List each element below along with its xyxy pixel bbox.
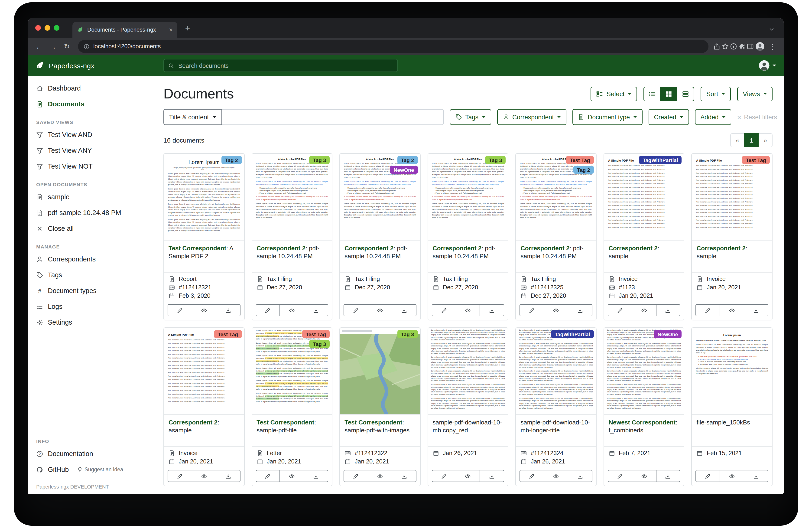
edit-document-button[interactable] [256, 304, 280, 316]
tag-badge-test-tag[interactable]: Test Tag [742, 156, 770, 164]
card-correspondent-link[interactable]: Correspondent 2 [697, 245, 745, 252]
sidebar-item-documentation[interactable]: ?Documentation [28, 446, 152, 461]
filter-correspondent-button[interactable]: Correspondent [497, 109, 566, 125]
edit-document-button[interactable] [432, 470, 456, 482]
edit-document-button[interactable] [608, 304, 632, 316]
filter-created-button[interactable]: Created [648, 109, 689, 125]
global-search[interactable] [163, 59, 398, 72]
tag-badge-test-tag[interactable]: Test Tag [214, 330, 242, 338]
tag-badge-tag-2[interactable]: Tag 2 [574, 166, 594, 174]
view-document-button[interactable] [720, 304, 744, 316]
card-correspondent-link[interactable]: Correspondent 2 [345, 245, 393, 252]
document-thumbnail[interactable]: A Simple PDF FileAnd more text. And more… [692, 154, 772, 241]
side-panel-icon[interactable] [746, 43, 754, 50]
filter-text-input[interactable] [222, 109, 444, 125]
reload-button[interactable]: ↻ [60, 40, 73, 53]
view-document-button[interactable] [456, 470, 480, 482]
tag-badge-tag-3[interactable]: Tag 3 [309, 340, 330, 348]
download-document-button[interactable] [216, 304, 240, 316]
download-document-button[interactable] [216, 470, 240, 482]
card-correspondent-link[interactable]: Correspondent 2 [257, 245, 305, 252]
edit-document-button[interactable] [344, 470, 368, 482]
tag-badge-tag-2[interactable]: Tag 2 [397, 156, 418, 164]
download-document-button[interactable] [656, 304, 680, 316]
document-thumbnail[interactable]: Adobe Acrobat PDF FilesLorem ipsum dolor… [252, 154, 332, 241]
sidebar-item-tags[interactable]: Tags [28, 267, 152, 283]
sort-button[interactable]: Sort [700, 87, 730, 101]
card-title-text[interactable]: sample-pdf-download-10-mb copy_red [433, 419, 502, 434]
edit-document-button[interactable] [256, 470, 280, 482]
view-document-button[interactable] [368, 304, 392, 316]
tag-badge-tag-3[interactable]: Tag 3 [397, 330, 418, 338]
tag-badge-tag-3[interactable]: Tag 3 [485, 156, 506, 164]
sidebar-item-sample[interactable]: sample [28, 189, 152, 205]
view-document-button[interactable] [192, 304, 216, 316]
new-tab-button[interactable]: + [182, 23, 193, 34]
select-button[interactable]: Select [591, 87, 637, 101]
card-correspondent-link[interactable]: Test Correspondent [169, 245, 226, 252]
view-document-button[interactable] [543, 304, 568, 316]
document-thumbnail[interactable]: Lorem Ipsum“Neque porro quisquam est qui… [164, 154, 244, 241]
card-correspondent-link[interactable]: Test Correspondent [345, 419, 402, 426]
document-thumbnail[interactable]: Lorem ipsum dolor sit amet, consectetur … [428, 328, 508, 415]
download-document-button[interactable] [568, 470, 592, 482]
download-document-button[interactable] [568, 304, 592, 316]
download-document-button[interactable] [304, 304, 329, 316]
edit-document-button[interactable] [696, 304, 720, 316]
tag-badge-tagwithpartial[interactable]: TagWithPartial [551, 330, 594, 338]
sidebar-item-correspondents[interactable]: Correspondents [28, 251, 152, 267]
filter-document-type-button[interactable]: Document type [572, 109, 642, 125]
sidebar-item-logs[interactable]: Logs [28, 299, 152, 314]
sidebar-item-test-view-not[interactable]: Test View NOT [28, 158, 152, 174]
site-info-icon[interactable] [84, 43, 90, 49]
tab-close-icon[interactable]: × [169, 27, 173, 33]
view-detail-button[interactable] [677, 87, 694, 101]
document-thumbnail[interactable]: Lorem ipsumLorem ipsum dolor sit amet, c… [692, 328, 772, 415]
back-button[interactable]: ← [32, 40, 45, 53]
view-document-button[interactable] [280, 304, 304, 316]
tab-search-chevron-icon[interactable] [769, 27, 774, 32]
download-document-button[interactable] [744, 470, 768, 482]
pagination-next-button[interactable]: » [758, 133, 772, 147]
download-document-button[interactable] [480, 304, 504, 316]
download-document-button[interactable] [392, 470, 417, 482]
view-document-button[interactable] [632, 304, 656, 316]
card-correspondent-link[interactable]: Correspondent 2 [433, 245, 481, 252]
minimize-window-button[interactable] [45, 25, 50, 31]
close-window-button[interactable] [35, 25, 41, 31]
tag-badge-test-tag[interactable]: Test Tag [302, 330, 330, 338]
pagination-prev-button[interactable]: « [730, 133, 745, 147]
tag-badge-newone[interactable]: NewOne [654, 330, 682, 338]
download-document-button[interactable] [656, 470, 680, 482]
view-document-button[interactable] [192, 470, 216, 482]
tag-badge-newone[interactable]: NewOne [390, 166, 418, 174]
download-document-button[interactable] [304, 470, 329, 482]
app-brand[interactable]: Paperless-ngx [35, 61, 152, 70]
edit-document-button[interactable] [520, 470, 545, 482]
tag-badge-test-tag[interactable]: Test Tag [566, 156, 594, 164]
filter-field-selector[interactable]: Title & content [163, 109, 222, 125]
document-thumbnail[interactable]: Lorem ipsum dolor sit amet, consectetur … [252, 328, 332, 415]
card-title-text[interactable]: sample-pdf-download-10-mb-longer-title [521, 419, 590, 434]
pagination-page-button[interactable]: 1 [744, 133, 759, 147]
browser-profile-icon[interactable] [755, 41, 765, 52]
document-thumbnail[interactable]: Adobe Acrobat PDF FilesLorem ipsum dolor… [340, 154, 420, 241]
download-document-button[interactable] [744, 304, 768, 316]
document-thumbnail[interactable]: Tag 3 [340, 328, 420, 415]
filter-tags-button[interactable]: Tags [450, 109, 491, 125]
page-insights-icon[interactable] [730, 43, 737, 50]
view-list-button[interactable] [643, 87, 661, 101]
tag-badge-tagwithpartial[interactable]: TagWithPartial [639, 156, 682, 164]
download-document-button[interactable] [392, 304, 417, 316]
tag-badge-tag-3[interactable]: Tag 3 [309, 156, 330, 164]
sidebar-item-settings[interactable]: Settings [28, 314, 152, 330]
views-button[interactable]: Views [737, 87, 772, 101]
download-document-button[interactable] [480, 470, 504, 482]
user-menu[interactable] [758, 59, 776, 72]
edit-document-button[interactable] [608, 470, 632, 482]
card-correspondent-link[interactable]: Correspondent 2 [169, 419, 218, 426]
sidebar-item-documents[interactable]: Documents [28, 96, 152, 112]
url-bar[interactable]: localhost:4200/documents [78, 40, 709, 53]
sidebar-item-test-view-any[interactable]: Test View ANY [28, 143, 152, 158]
document-thumbnail[interactable]: Lorem ipsum dolor sit amet, consectetur … [604, 328, 684, 415]
